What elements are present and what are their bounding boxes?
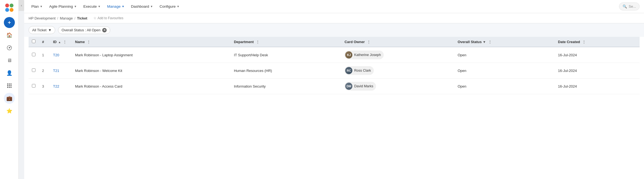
row-department: Human Resources (HR): [231, 63, 341, 79]
row-checkbox-1[interactable]: [32, 68, 35, 72]
plan-chevron-icon: ▼: [40, 5, 43, 8]
monitor-icon-btn[interactable]: 🖥: [4, 55, 15, 66]
svg-rect-15: [7, 87, 8, 88]
tickets-table: # ID ▲ ⋮ Name ⋮ Department ⋮: [29, 37, 640, 94]
owner-chip: KJ Katherine Joseph: [344, 51, 383, 59]
search-label: Se...: [629, 4, 636, 9]
nav-configure[interactable]: Configure ▼: [157, 3, 182, 10]
breadcrumb-sep-1: /: [57, 16, 58, 20]
col-header-department[interactable]: Department ⋮: [231, 37, 341, 47]
table-row: 2 T21 Mark Robinson - Welcome Kit Human …: [29, 63, 640, 79]
row-date: 16-Jul-2024: [555, 47, 640, 63]
row-status: Open: [454, 63, 555, 79]
sidebar-collapse-button[interactable]: ‹: [19, 0, 24, 11]
sidebar: 🏠 🖥 👤 💼 ⭐: [0, 0, 19, 179]
status-filter-tag: Overall Status : All Open ✕: [58, 26, 110, 34]
svg-rect-10: [9, 83, 10, 85]
agile-chevron-icon: ▼: [74, 5, 77, 8]
ticket-id-link[interactable]: T21: [53, 69, 59, 73]
col-header-id[interactable]: ID ▲ ⋮: [50, 37, 72, 47]
row-num: 3: [39, 79, 50, 94]
row-owner: RC Ross Clark: [341, 63, 454, 79]
row-checkbox-0[interactable]: [32, 53, 35, 56]
breadcrumb-part-2[interactable]: Manage: [60, 16, 73, 20]
owner-avatar: KJ: [345, 51, 352, 58]
table-header-row: # ID ▲ ⋮ Name ⋮ Department ⋮: [29, 37, 640, 47]
nav-dashboard[interactable]: Dashboard ▼: [128, 3, 156, 10]
breadcrumb-bar: HP Development / Manage / Ticket ☆ Add t…: [24, 13, 644, 23]
svg-rect-17: [10, 87, 12, 88]
svg-point-1: [10, 4, 13, 7]
col-header-num: #: [39, 37, 50, 47]
row-id: T21: [50, 63, 72, 79]
breadcrumb-sep-2: /: [74, 16, 76, 20]
search-button[interactable]: 🔍 Se...: [619, 2, 640, 10]
owner-chip: RC Ross Clark: [344, 66, 374, 75]
row-num: 1: [39, 47, 50, 63]
breadcrumb-part-1[interactable]: HP Development: [29, 16, 56, 20]
row-name: Mark Robinson - Access Card: [72, 79, 231, 94]
dept-col-menu-icon[interactable]: ⋮: [256, 40, 259, 44]
row-id: T20: [50, 47, 72, 63]
create-button[interactable]: [4, 17, 15, 28]
col-header-owner[interactable]: Card Owner ⋮: [341, 37, 454, 47]
col-header-status[interactable]: Overall Status ▼ ⋮: [454, 37, 555, 47]
home-icon-btn[interactable]: 🏠: [4, 30, 15, 41]
name-col-menu-icon[interactable]: ⋮: [87, 40, 90, 44]
content-area: # ID ▲ ⋮ Name ⋮ Department ⋮: [24, 37, 644, 179]
main-area: Plan ▼ Agile Planning ▼ Execute ▼ Manage…: [24, 0, 644, 179]
row-checkbox-cell: [29, 63, 39, 79]
id-sort-icon: ▲: [58, 41, 61, 44]
add-to-favourites-button[interactable]: ☆ Add to Favourites: [91, 15, 126, 21]
dashboard-chevron-icon: ▼: [150, 5, 153, 8]
owner-name: Ross Clark: [354, 69, 371, 72]
col-header-name[interactable]: Name ⋮: [72, 37, 231, 47]
row-date: 16-Jul-2024: [555, 63, 640, 79]
person-icon-btn[interactable]: 👤: [4, 68, 15, 79]
row-checkbox-cell: [29, 79, 39, 94]
row-owner: DM David Marks: [341, 79, 454, 94]
nav-manage[interactable]: Manage ▼: [104, 3, 127, 10]
row-id: T22: [50, 79, 72, 94]
top-nav: Plan ▼ Agile Planning ▼ Execute ▼ Manage…: [24, 0, 644, 13]
svg-rect-12: [7, 85, 8, 86]
ticket-id-link[interactable]: T20: [53, 53, 59, 57]
table-row: 3 T22 Mark Robinson - Access Card Inform…: [29, 79, 640, 94]
dashboard-icon-btn[interactable]: [4, 42, 15, 53]
nav-agile-planning[interactable]: Agile Planning ▼: [46, 3, 79, 10]
star-outline-icon: ☆: [93, 16, 96, 20]
grid-icon-btn[interactable]: [4, 80, 15, 91]
status-col-menu-icon[interactable]: ⋮: [488, 40, 492, 44]
nav-plan[interactable]: Plan ▼: [29, 3, 45, 10]
svg-rect-13: [9, 85, 10, 86]
svg-point-0: [5, 4, 9, 7]
svg-rect-9: [7, 83, 8, 85]
row-name: Mark Robinson - Welcome Kit: [72, 63, 231, 79]
briefcase-icon-btn[interactable]: 💼: [4, 93, 15, 104]
svg-point-3: [10, 8, 13, 12]
svg-rect-16: [9, 87, 10, 88]
status-filter-icon[interactable]: ▼: [483, 40, 486, 44]
all-ticket-dropdown[interactable]: All Ticket ▼: [29, 26, 55, 34]
date-col-menu-icon[interactable]: ⋮: [582, 40, 586, 44]
row-checkbox-2[interactable]: [32, 84, 35, 88]
select-all-checkbox[interactable]: [32, 40, 35, 43]
owner-avatar: RC: [345, 67, 352, 74]
owner-name: Katherine Joseph: [354, 53, 381, 57]
dropdown-chevron-icon: ▼: [48, 28, 52, 32]
svg-rect-14: [10, 85, 12, 86]
select-all-header: [29, 37, 39, 47]
id-col-menu-icon[interactable]: ⋮: [63, 40, 67, 44]
svg-rect-11: [10, 83, 12, 85]
remove-filter-button[interactable]: ✕: [102, 28, 107, 32]
configure-chevron-icon: ▼: [177, 5, 179, 8]
star-icon-btn[interactable]: ⭐: [4, 105, 15, 116]
row-status: Open: [454, 47, 555, 63]
row-status: Open: [454, 79, 555, 94]
manage-chevron-icon: ▼: [122, 5, 125, 8]
ticket-id-link[interactable]: T22: [53, 84, 59, 88]
col-header-date[interactable]: Date Created ⋮: [555, 37, 640, 47]
owner-col-menu-icon[interactable]: ⋮: [367, 40, 371, 44]
row-name: Mark Robinson - Laptop Assignment: [72, 47, 231, 63]
nav-execute[interactable]: Execute ▼: [81, 3, 103, 10]
